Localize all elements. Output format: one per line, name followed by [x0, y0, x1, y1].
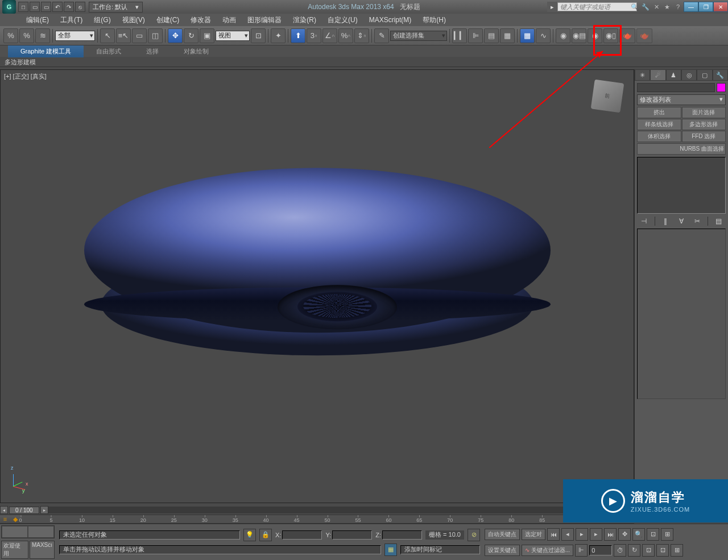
rollout-area[interactable]: [637, 229, 726, 399]
menu-modifiers[interactable]: 修改器: [185, 14, 217, 27]
menu-tools[interactable]: 工具(T): [55, 14, 88, 27]
create-tab-icon[interactable]: ✳: [635, 69, 650, 81]
link-icon[interactable]: %: [3, 28, 18, 43]
nav-maximize-icon[interactable]: ⊞: [671, 544, 683, 557]
viewport-label[interactable]: [+] [正交] [真实]: [4, 72, 47, 81]
render-frame-icon[interactable]: ◉: [588, 28, 602, 43]
menu-views[interactable]: 视图(V): [117, 14, 151, 27]
lock-icon[interactable]: 🔒: [259, 529, 272, 541]
manipulate-icon[interactable]: ✦: [271, 28, 286, 43]
save-icon[interactable]: ▭: [41, 2, 51, 12]
viewport[interactable]: [+] [正交] [真实] 前 zxy: [0, 69, 634, 503]
trackbar-toggle-icon[interactable]: ≡: [0, 515, 10, 523]
percent-snap-icon[interactable]: %∩: [338, 28, 353, 43]
use-center-icon[interactable]: ⊡: [251, 28, 266, 43]
nav-orbit-icon[interactable]: ↻: [628, 544, 640, 557]
goto-end-icon[interactable]: ⏭: [604, 528, 617, 541]
open-icon[interactable]: ▭: [30, 2, 40, 12]
modifier-stack[interactable]: [637, 157, 726, 214]
setkey-button[interactable]: 设置关键点: [485, 545, 520, 556]
menu-maxscript[interactable]: MAXScript(M): [363, 14, 417, 26]
ribbon-tab-freeform[interactable]: 自由形式: [84, 45, 134, 57]
favorite-icon[interactable]: ★: [663, 3, 672, 11]
object-name-input[interactable]: [637, 83, 715, 92]
keyboard-shortcut-icon[interactable]: ⬆: [291, 28, 305, 43]
render-teapot-icon[interactable]: 🫖: [619, 28, 635, 43]
help-icon[interactable]: ?: [673, 3, 682, 11]
trackbar-ruler[interactable]: 0510152025303540455055606570758085909510…: [20, 515, 634, 523]
unlink-icon[interactable]: %: [19, 28, 34, 43]
nav-dolly-icon[interactable]: ⊡: [642, 544, 655, 557]
mod-btn-splinesel[interactable]: 样条线选择: [637, 119, 681, 130]
render-teapot2-icon[interactable]: 🫖: [636, 28, 652, 43]
mod-btn-patchsel[interactable]: 面片选择: [682, 107, 726, 118]
exchange-icon[interactable]: ✕: [652, 3, 661, 11]
mod-btn-volsel[interactable]: 体积选择: [637, 131, 681, 142]
time-config-icon[interactable]: ⏱: [614, 544, 626, 557]
time-slider[interactable]: 0 / 100: [9, 507, 39, 514]
selection-filter-dropdown[interactable]: 全部: [55, 31, 95, 41]
render-production-icon[interactable]: ◉▯: [603, 28, 618, 43]
keyfilter-button[interactable]: ∿ 关键点过滤器...: [522, 545, 573, 556]
link-icon[interactable]: ⎋: [75, 2, 85, 12]
modify-tab-icon[interactable]: ☄: [650, 69, 665, 81]
render-setup-icon[interactable]: ◉▤: [572, 28, 586, 43]
bind-spacewarp-icon[interactable]: ≋: [35, 28, 50, 43]
key-mode-icon[interactable]: ⊩: [575, 544, 588, 557]
layers-icon[interactable]: ▤: [484, 28, 499, 43]
app-icon[interactable]: G: [2, 0, 16, 14]
select-icon[interactable]: ↖: [100, 28, 115, 43]
new-icon[interactable]: □: [18, 2, 28, 12]
menu-create[interactable]: 创建(C): [151, 14, 185, 27]
remove-mod-icon[interactable]: ✂: [692, 216, 702, 226]
angle-snap-icon[interactable]: ∠∩: [322, 28, 337, 43]
next-frame-icon[interactable]: ▸: [590, 528, 602, 541]
workspace-dropdown[interactable]: 工作台: 默认▾: [89, 2, 143, 13]
rotate-icon[interactable]: ↻: [184, 28, 198, 43]
refcoord-dropdown[interactable]: 视图: [216, 31, 250, 41]
add-time-tag[interactable]: 添加时间标记: [400, 545, 480, 554]
pin-stack-icon[interactable]: ⊣: [639, 216, 649, 226]
timeslider-next-icon[interactable]: ▸: [40, 506, 48, 514]
nav-walk-icon[interactable]: ⊡: [656, 544, 669, 557]
isolate-icon[interactable]: 💡: [243, 529, 256, 541]
curve-editor-icon[interactable]: ▦: [520, 28, 535, 43]
graphite-toggle-icon[interactable]: ▦: [500, 28, 515, 43]
menu-animation[interactable]: 动画: [217, 14, 242, 27]
selected-button[interactable]: 选定对: [522, 529, 545, 540]
adaptive-degradation-icon[interactable]: ⊘: [468, 529, 480, 541]
comm-center-icon[interactable]: ▦: [384, 544, 397, 556]
utilities-tab-icon[interactable]: 🔧: [713, 69, 728, 81]
timeslider-prev-icon[interactable]: ◂: [0, 506, 8, 514]
scale-icon[interactable]: ▣: [200, 28, 214, 43]
nav-zoom-icon[interactable]: 🔍: [632, 528, 645, 541]
schematic-view-icon[interactable]: ∿: [536, 28, 551, 43]
current-frame-input[interactable]: [589, 545, 612, 555]
menu-customize[interactable]: 自定义(U): [322, 14, 363, 27]
hierarchy-tab-icon[interactable]: ♟: [666, 69, 681, 81]
snap-toggle-icon[interactable]: 3∩: [307, 28, 321, 43]
mod-btn-ffdsel[interactable]: FFD 选择: [682, 131, 726, 142]
ribbon-tab-selection[interactable]: 选择: [134, 45, 171, 57]
mirror-icon[interactable]: ▎▎: [452, 28, 467, 43]
select-by-name-icon[interactable]: ≡↖: [116, 28, 131, 43]
minimize-button[interactable]: —: [684, 2, 698, 12]
window-crossing-icon[interactable]: ◫: [148, 28, 163, 43]
nav-pan-icon[interactable]: ✥: [618, 528, 631, 541]
menu-grapheditors[interactable]: 图形编辑器: [242, 14, 287, 27]
mod-btn-nurbs[interactable]: NURBS 曲面选择: [637, 143, 726, 155]
ribbon-tab-objectpaint[interactable]: 对象绘制: [171, 45, 221, 57]
coord-z-input[interactable]: [382, 530, 422, 540]
viewport-layout-thumb[interactable]: [1, 525, 55, 538]
coord-x-input[interactable]: [282, 530, 322, 540]
prev-frame-icon[interactable]: ◂: [561, 528, 574, 541]
close-button[interactable]: ✕: [713, 2, 728, 12]
modifier-list-dropdown[interactable]: 修改器列表▾: [637, 94, 726, 105]
goto-start-icon[interactable]: ⏮: [547, 528, 560, 541]
motion-tab-icon[interactable]: ◎: [681, 69, 697, 81]
object-color-swatch[interactable]: [717, 83, 726, 92]
track-bar[interactable]: ≡ ◆ 051015202530354045505560657075808590…: [0, 515, 634, 524]
select-region-rect-icon[interactable]: ▭: [132, 28, 147, 43]
search-dropdown-icon[interactable]: ▸: [547, 2, 557, 12]
time-slider-track[interactable]: [48, 507, 634, 513]
